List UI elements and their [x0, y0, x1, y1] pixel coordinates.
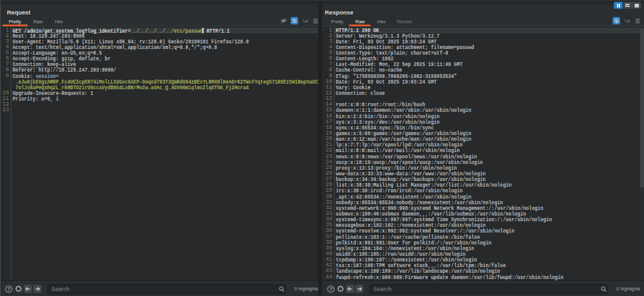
svg-text:?: ? — [7, 285, 10, 292]
svg-text:?: ? — [329, 285, 332, 292]
